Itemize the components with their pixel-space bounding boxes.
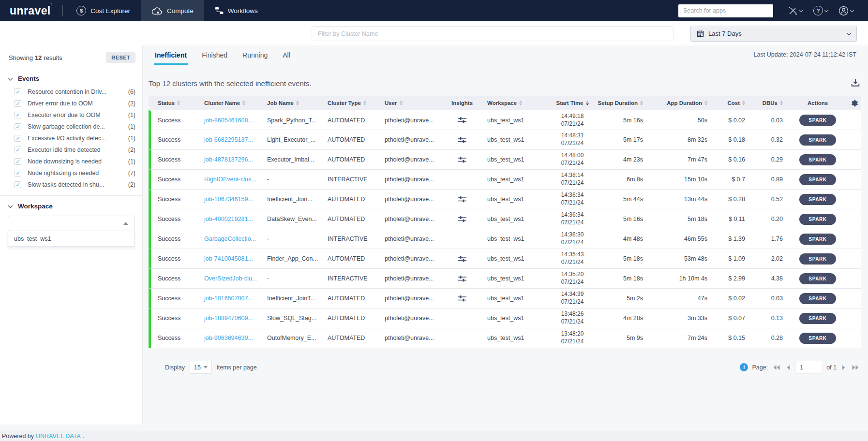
table-row[interactable]: Success job-9063694639... OutofMemory_E.… — [149, 328, 861, 348]
tab-finished[interactable]: Finished — [201, 46, 228, 65]
event-filter-item[interactable]: ✓ Excessive I/O activity detec... (1) — [0, 132, 142, 144]
column-header-insights[interactable]: Insights — [443, 96, 481, 110]
spark-action-button[interactable]: SPARK — [799, 134, 836, 146]
cluster-name-link[interactable]: job-4000219281... — [198, 209, 261, 229]
cluster-name-link[interactable]: job-6682295137... — [198, 130, 261, 149]
insights-sliders-icon[interactable] — [458, 156, 466, 163]
workspace-select[interactable] — [8, 216, 135, 231]
insights-sliders-icon[interactable] — [458, 136, 466, 144]
insights-cell[interactable] — [443, 289, 481, 308]
column-header-cost[interactable]: Cost — [713, 96, 751, 110]
event-filter-item[interactable]: ✓ Slow tasks detected in shu... (2) — [0, 179, 142, 191]
page-size-select[interactable]: 15 — [190, 361, 212, 374]
event-filter-item[interactable]: ✓ Node downsizing is needed (1) — [0, 156, 142, 167]
column-header-setup-duration[interactable]: Setup Duration — [596, 96, 649, 110]
table-row[interactable]: Success GarbageCollectio... - INTERACTIV… — [149, 229, 861, 249]
insights-cell[interactable] — [443, 328, 481, 348]
sort-arrows-icon[interactable] — [704, 101, 707, 105]
event-filter-item[interactable]: ✓ Executor error due to OOM (1) — [0, 109, 142, 121]
insights-cell[interactable] — [443, 150, 481, 169]
table-row[interactable]: Success job-1016507007... Inefficient_Jo… — [149, 289, 861, 309]
column-header-app-duration[interactable]: App Duration — [649, 96, 713, 110]
sort-arrows-icon[interactable] — [586, 101, 589, 105]
spark-action-button[interactable]: SPARK — [799, 333, 836, 344]
insights-sliders-icon[interactable] — [458, 117, 466, 124]
tab-running[interactable]: Running — [241, 46, 269, 65]
spark-action-button[interactable]: SPARK — [799, 313, 836, 324]
date-range-picker[interactable]: Last 7 Days — [690, 26, 857, 42]
nav-item-compute[interactable]: Compute — [141, 0, 204, 21]
spark-action-button[interactable]: SPARK — [799, 154, 836, 165]
table-row[interactable]: Success job-7410045081... Finder_App_Con… — [149, 249, 861, 269]
unravel-logo[interactable]: unravel' — [0, 4, 62, 17]
event-filter-item[interactable]: ✓ Resource contention in Driv... (6) — [0, 86, 142, 98]
table-row[interactable]: Success job-4878137296... Executor_Imbal… — [149, 150, 861, 170]
column-header-dbus[interactable]: DBUs — [751, 96, 789, 110]
checkbox-checked-icon[interactable]: ✓ — [15, 88, 21, 95]
event-filter-item[interactable]: ✓ Node rightsizing is needed (7) — [0, 167, 142, 179]
workspace-section-header[interactable]: Workspace — [0, 196, 142, 214]
insights-sliders-icon[interactable] — [458, 295, 466, 302]
cluster-name-filter-input[interactable] — [312, 26, 673, 41]
sort-arrows-icon[interactable] — [640, 101, 643, 105]
cluster-name-link[interactable]: job-4878137296... — [198, 150, 261, 169]
sort-arrows-icon[interactable] — [363, 101, 366, 105]
column-header-actions[interactable]: Actions — [789, 96, 847, 110]
sort-arrows-icon[interactable] — [296, 101, 299, 105]
previous-page-button[interactable] — [785, 365, 792, 370]
spark-action-button[interactable]: SPARK — [799, 174, 836, 185]
checkbox-checked-icon[interactable]: ✓ — [15, 158, 21, 165]
column-header-user[interactable]: User — [379, 96, 443, 110]
next-page-button[interactable] — [840, 365, 847, 370]
insights-cell[interactable] — [443, 249, 481, 268]
event-filter-item[interactable]: ✓ Driver error due to OOM (2) — [0, 98, 142, 109]
spark-action-button[interactable]: SPARK — [799, 273, 836, 284]
cluster-name-link[interactable]: job-9063694639... — [198, 328, 261, 348]
cluster-name-link[interactable]: job-1016507007... — [198, 289, 261, 308]
event-filter-item[interactable]: ✓ Executor idle time detected (2) — [0, 144, 142, 156]
page-number-input[interactable] — [795, 361, 823, 374]
nav-item-workflows[interactable]: Workflows — [204, 0, 269, 21]
cluster-name-link[interactable]: job-8605461608... — [198, 111, 261, 130]
sort-arrows-icon[interactable] — [242, 101, 245, 105]
checkbox-checked-icon[interactable]: ✓ — [15, 170, 21, 176]
insights-sliders-icon[interactable] — [458, 255, 466, 263]
user-menu[interactable] — [835, 6, 857, 16]
table-row[interactable]: Success OverSizedJob-clu... - INTERACTIV… — [149, 269, 861, 289]
spark-action-button[interactable]: SPARK — [799, 194, 836, 205]
column-header-cluster-type[interactable]: Cluster Type — [322, 96, 379, 110]
insights-cell[interactable] — [443, 130, 481, 149]
column-header-job-name[interactable]: Job Name — [261, 96, 322, 110]
insights-cell[interactable] — [443, 269, 481, 288]
checkbox-checked-icon[interactable]: ✓ — [15, 112, 21, 118]
checkbox-checked-icon[interactable]: ✓ — [15, 100, 21, 107]
cluster-name-link[interactable]: job-1889470609... — [198, 309, 261, 328]
spark-action-button[interactable]: SPARK — [799, 234, 836, 245]
sort-arrows-icon[interactable] — [400, 101, 403, 105]
spark-action-button[interactable]: SPARK — [799, 253, 836, 265]
table-row[interactable]: Success job-8605461608... Spark_Python_T… — [149, 110, 861, 130]
cluster-name-link[interactable]: HighIOEvent-clus... — [198, 170, 261, 189]
cluster-name-link[interactable]: job-7410045081... — [198, 249, 261, 268]
checkbox-checked-icon[interactable]: ✓ — [15, 181, 21, 188]
spark-action-button[interactable]: SPARK — [799, 214, 836, 225]
last-page-button[interactable] — [851, 365, 860, 370]
checkbox-checked-icon[interactable]: ✓ — [15, 135, 21, 142]
insights-cell[interactable] — [443, 209, 481, 229]
sort-arrows-icon[interactable] — [780, 101, 783, 105]
help-menu[interactable]: ? — [809, 6, 832, 15]
insights-cell[interactable] — [443, 170, 481, 189]
table-row[interactable]: Success HighIOEvent-clus... - INTERACTIV… — [149, 170, 861, 190]
sort-arrows-icon[interactable] — [177, 101, 180, 105]
tab-all[interactable]: All — [282, 46, 291, 65]
sort-arrows-icon[interactable] — [742, 101, 745, 105]
column-header-workspace[interactable]: Workspace — [481, 96, 549, 110]
insights-sliders-icon[interactable] — [458, 275, 466, 282]
tools-menu[interactable] — [784, 6, 807, 15]
tab-inefficient[interactable]: Inefficient — [154, 46, 188, 65]
checkbox-checked-icon[interactable]: ✓ — [15, 147, 21, 153]
cluster-name-link[interactable]: job-1067346159... — [198, 190, 261, 209]
spark-action-button[interactable]: SPARK — [799, 115, 836, 126]
workspace-option[interactable]: ubs_test_ws1 — [8, 231, 134, 246]
insights-cell[interactable] — [443, 309, 481, 328]
